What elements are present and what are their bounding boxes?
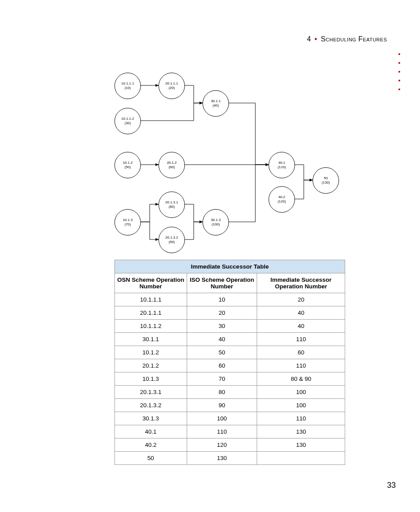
table-cell: 80 xyxy=(187,386,257,399)
operation-graph: 10.1.1.1(10)20.1.1.1(20)30.1.1(40)10.1.1… xyxy=(114,73,343,253)
table-row: 20.1.3.180100 xyxy=(115,386,345,399)
table-row: 30.1.140110 xyxy=(115,333,345,346)
table-cell: 60 xyxy=(187,359,257,372)
table-cell: 20.1.2 xyxy=(115,359,187,372)
table-cell: 80 & 90 xyxy=(257,372,345,386)
table-cell: 50 xyxy=(187,346,257,359)
table-cell: 130 xyxy=(187,452,257,465)
header-bullet: • xyxy=(313,35,319,43)
table-cell: 110 xyxy=(257,333,345,346)
table-cell: 130 xyxy=(257,425,345,438)
graph-node: 40.1(110) xyxy=(269,152,295,178)
table-row: 10.1.25060 xyxy=(115,346,345,359)
table-cell: 110 xyxy=(257,412,345,425)
table-row: 50130 xyxy=(115,452,345,465)
graph-node: 30.1.1(40) xyxy=(203,90,229,117)
chapter-heading: 4 • Scheduling Features xyxy=(307,35,387,43)
table-cell: 100 xyxy=(257,399,345,412)
graph-edges xyxy=(114,73,343,253)
table-cell: 110 xyxy=(257,359,345,372)
chapter-title: Scheduling Features xyxy=(321,35,387,43)
table-cell: 10.1.1.1 xyxy=(115,293,187,306)
successor-table-wrap: Immediate Successor Table OSN Scheme Ope… xyxy=(114,260,345,465)
table-cell: 20.1.3.1 xyxy=(115,386,187,399)
graph-node: 20.1.2(60) xyxy=(158,152,185,178)
graph-node: 20.1.3.2(90) xyxy=(158,227,185,253)
table-cell: 20 xyxy=(257,293,345,306)
table-cell: 40.2 xyxy=(115,438,187,452)
table-row: 40.1110130 xyxy=(115,425,345,438)
table-row: 20.1.260110 xyxy=(115,359,345,372)
table-cell: 40 xyxy=(257,306,345,320)
table-row: 40.2120130 xyxy=(115,438,345,452)
col-iso: ISO Scheme Operation Number xyxy=(187,273,257,293)
graph-node: 10.1.3(70) xyxy=(114,209,141,236)
successor-table: Immediate Successor Table OSN Scheme Ope… xyxy=(114,260,345,465)
table-cell: 10.1.1.2 xyxy=(115,320,187,333)
col-osn: OSN Scheme Operation Number xyxy=(115,273,187,293)
table-cell: 10 xyxy=(187,293,257,306)
table-cell: 100 xyxy=(257,386,345,399)
table-cell: 50 xyxy=(115,452,187,465)
table-cell: 40.1 xyxy=(115,425,187,438)
graph-node: 20.1.1.1(20) xyxy=(158,73,185,99)
page-number: 33 xyxy=(387,481,396,490)
col-succ: Immediate Successor Operation Number xyxy=(257,273,345,293)
table-cell: 20 xyxy=(187,306,257,320)
table-cell: 20.1.3.2 xyxy=(115,399,187,412)
table-cell: 60 xyxy=(257,346,345,359)
graph-node: 40.2(120) xyxy=(269,186,295,213)
table-cell: 110 xyxy=(187,425,257,438)
table-cell: 30 xyxy=(187,320,257,333)
table-cell: 20.1.1.1 xyxy=(115,306,187,320)
graph-node: 30.1.3(100) xyxy=(203,209,229,236)
table-cell: 30.1.3 xyxy=(115,412,187,425)
table-cell: 120 xyxy=(187,438,257,452)
table-cell: 130 xyxy=(257,438,345,452)
table-row: 10.1.1.11020 xyxy=(115,293,345,306)
table-row: 30.1.3100110 xyxy=(115,412,345,425)
table-cell: 90 xyxy=(187,399,257,412)
table-cell: 70 xyxy=(187,372,257,386)
decorative-dots xyxy=(398,46,400,97)
table-row: 20.1.1.12040 xyxy=(115,306,345,320)
table-row: 10.1.37080 & 90 xyxy=(115,372,345,386)
chapter-number: 4 xyxy=(307,35,311,43)
graph-node: 50(130) xyxy=(313,167,339,194)
graph-node: 10.1.1.1(10) xyxy=(114,73,141,99)
table-cell: 40 xyxy=(257,320,345,333)
table-row: 20.1.3.290100 xyxy=(115,399,345,412)
table-cell: 10.1.2 xyxy=(115,346,187,359)
table-cell xyxy=(257,452,345,465)
table-row: 10.1.1.23040 xyxy=(115,320,345,333)
table-cell: 40 xyxy=(187,333,257,346)
table-cell: 10.1.3 xyxy=(115,372,187,386)
table-cell: 30.1.1 xyxy=(115,333,187,346)
table-title: Immediate Successor Table xyxy=(115,260,345,273)
graph-node: 10.1.1.2(30) xyxy=(114,108,141,134)
graph-node: 20.1.3.1(80) xyxy=(158,192,185,218)
graph-node: 10.1.2(50) xyxy=(114,152,141,178)
table-cell: 100 xyxy=(187,412,257,425)
